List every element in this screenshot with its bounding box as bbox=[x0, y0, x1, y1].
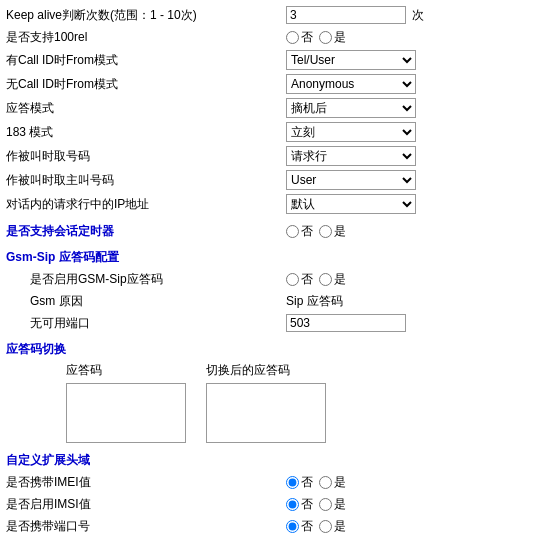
enable-imsi-yes-text: 是 bbox=[334, 496, 346, 513]
response-mode-label: 应答模式 bbox=[6, 100, 286, 117]
response-mode-select[interactable]: 摘机后 立刻 手动 bbox=[286, 98, 416, 118]
enable-gsm-sip-no-label[interactable]: 否 bbox=[286, 271, 313, 288]
keepalive-unit: 次 bbox=[412, 7, 424, 24]
enable-imsi-no-radio[interactable] bbox=[286, 498, 299, 511]
custom-header-label: 自定义扩展头域 bbox=[6, 452, 286, 469]
session-timer-no-radio[interactable] bbox=[286, 225, 299, 238]
keepalive-label: Keep alive判断次数(范围：1 - 10次) bbox=[6, 7, 286, 24]
carry-imei-yes-radio[interactable] bbox=[319, 476, 332, 489]
keepalive-input[interactable] bbox=[286, 6, 406, 24]
dialog-ip-select[interactable]: 默认 本地IP 公网IP bbox=[286, 194, 416, 214]
mode183-label: 183 模式 bbox=[6, 124, 286, 141]
switch-to-col: 切换后的应答码 bbox=[206, 362, 326, 443]
response-code-col-header: 应答码 bbox=[66, 362, 186, 379]
switch-to-textarea[interactable] bbox=[206, 383, 326, 443]
carry-port-yes-text: 是 bbox=[334, 518, 346, 535]
carry-imei-no-text: 否 bbox=[301, 474, 313, 491]
carry-port-no-radio[interactable] bbox=[286, 520, 299, 533]
carry-port-no-label[interactable]: 否 bbox=[286, 518, 313, 535]
switch-to-col-header: 切换后的应答码 bbox=[206, 362, 326, 379]
cancel-calling-select[interactable]: User Tel From bbox=[286, 170, 416, 190]
session-timer-yes-label[interactable]: 是 bbox=[319, 223, 346, 240]
gsm-sip-header: Gsm-Sip 应答码配置 bbox=[6, 249, 286, 266]
gsm-reason-label: Gsm 原因 bbox=[6, 293, 286, 310]
response-code-col: 应答码 bbox=[66, 362, 186, 443]
support100rel-no-label[interactable]: 否 bbox=[286, 29, 313, 46]
enable-imsi-label: 是否启用IMSI值 bbox=[6, 496, 286, 513]
enable-gsm-sip-no-radio[interactable] bbox=[286, 273, 299, 286]
session-timer-no-label[interactable]: 否 bbox=[286, 223, 313, 240]
session-timer-no-text: 否 bbox=[301, 223, 313, 240]
no-callid-from-label: 无Call ID时From模式 bbox=[6, 76, 286, 93]
carry-port-no-text: 否 bbox=[301, 518, 313, 535]
enable-gsm-sip-no-text: 否 bbox=[301, 271, 313, 288]
session-timer-yes-text: 是 bbox=[334, 223, 346, 240]
response-code-table: 应答码 切换后的应答码 bbox=[66, 362, 547, 443]
no-callid-from-select[interactable]: Anonymous Tel/User Tel User bbox=[286, 74, 416, 94]
cancel-dialing-select[interactable]: 请求行 To Contact bbox=[286, 146, 416, 166]
no-port-label: 无可用端口 bbox=[6, 315, 286, 332]
enable-imsi-no-text: 否 bbox=[301, 496, 313, 513]
carry-imei-no-radio[interactable] bbox=[286, 476, 299, 489]
support100rel-no-text: 否 bbox=[301, 29, 313, 46]
support100rel-yes-text: 是 bbox=[334, 29, 346, 46]
support100rel-no-radio[interactable] bbox=[286, 31, 299, 44]
cancel-calling-label: 作被叫时取主叫号码 bbox=[6, 172, 286, 189]
support100rel-yes-label[interactable]: 是 bbox=[319, 29, 346, 46]
support100rel-label: 是否支持100rel bbox=[6, 29, 286, 46]
enable-gsm-sip-yes-radio[interactable] bbox=[319, 273, 332, 286]
callid-from-label: 有Call ID时From模式 bbox=[6, 52, 286, 69]
dialog-ip-label: 对话内的请求行中的IP地址 bbox=[6, 196, 286, 213]
support100rel-yes-radio[interactable] bbox=[319, 31, 332, 44]
enable-imsi-yes-label[interactable]: 是 bbox=[319, 496, 346, 513]
carry-imei-yes-label[interactable]: 是 bbox=[319, 474, 346, 491]
mode183-select[interactable]: 立刻 延迟 bbox=[286, 122, 416, 142]
session-timer-label: 是否支持会话定时器 bbox=[6, 223, 286, 240]
no-port-input[interactable] bbox=[286, 314, 406, 332]
response-switch-label: 应答码切换 bbox=[6, 341, 286, 358]
carry-port-yes-radio[interactable] bbox=[319, 520, 332, 533]
enable-gsm-sip-yes-label[interactable]: 是 bbox=[319, 271, 346, 288]
callid-from-select[interactable]: Tel/User Tel User bbox=[286, 50, 416, 70]
enable-gsm-sip-label: 是否启用GSM-Sip应答码 bbox=[6, 271, 286, 288]
enable-imsi-yes-radio[interactable] bbox=[319, 498, 332, 511]
enable-gsm-sip-yes-text: 是 bbox=[334, 271, 346, 288]
carry-imei-no-label[interactable]: 否 bbox=[286, 474, 313, 491]
response-code-textarea[interactable] bbox=[66, 383, 186, 443]
enable-imsi-no-label[interactable]: 否 bbox=[286, 496, 313, 513]
sip-response-label: Sip 应答码 bbox=[286, 293, 343, 310]
carry-port-yes-label[interactable]: 是 bbox=[319, 518, 346, 535]
carry-port-label: 是否携带端口号 bbox=[6, 518, 286, 535]
carry-imei-label: 是否携带IMEI值 bbox=[6, 474, 286, 491]
cancel-dialing-label: 作被叫时取号码 bbox=[6, 148, 286, 165]
carry-imei-yes-text: 是 bbox=[334, 474, 346, 491]
session-timer-yes-radio[interactable] bbox=[319, 225, 332, 238]
